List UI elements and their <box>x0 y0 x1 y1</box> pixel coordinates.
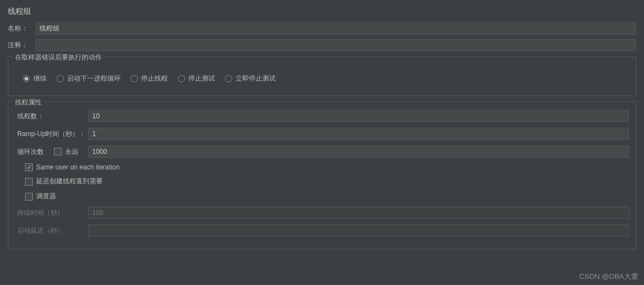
radio-stop-thread[interactable]: 停止线程 <box>131 74 168 83</box>
radio-icon <box>178 75 185 82</box>
scheduler-label: 调度器 <box>36 192 56 201</box>
checkbox-icon <box>25 163 33 171</box>
loop-input[interactable] <box>88 146 629 158</box>
radio-start-next-loop-label: 启动下一进程循环 <box>67 74 121 83</box>
rampup-label: Ramp-Up时间（秒）： <box>15 129 85 139</box>
startup-delay-input[interactable] <box>88 224 629 237</box>
radio-continue[interactable]: 继续 <box>23 74 47 83</box>
startup-delay-label: 启动延迟（秒） <box>15 226 85 236</box>
name-label: 名称： <box>8 24 32 33</box>
checkbox-icon <box>25 178 33 186</box>
page-title: 线程组 <box>8 7 636 17</box>
thread-props-fieldset: 线程属性 线程数： Ramp-Up时间（秒）： 循环次数 永远 Same use… <box>8 102 636 249</box>
checkbox-icon <box>54 148 62 156</box>
radio-icon <box>225 75 232 82</box>
threads-label: 线程数： <box>15 112 85 121</box>
radio-stop-thread-label: 停止线程 <box>141 74 168 83</box>
threads-input[interactable] <box>88 110 629 122</box>
forever-label: 永远 <box>65 147 78 157</box>
comment-label: 注释： <box>8 41 32 50</box>
error-action-legend: 在取样器错误后要执行的动作 <box>13 53 104 62</box>
watermark: CSDN @DBA大董 <box>580 272 638 282</box>
duration-input[interactable] <box>88 207 629 219</box>
radio-stop-now[interactable]: 立即停止测试 <box>225 74 276 83</box>
error-action-fieldset: 在取样器错误后要执行的动作 继续 启动下一进程循环 停止线程 停止测试 立即停止… <box>8 57 636 96</box>
name-input[interactable] <box>36 22 636 34</box>
rampup-input[interactable] <box>88 128 629 140</box>
comment-input[interactable] <box>36 39 636 51</box>
radio-stop-test-label: 停止测试 <box>188 74 215 83</box>
same-user-checkbox[interactable]: Same user on each iteration <box>15 163 629 171</box>
thread-props-legend: 线程属性 <box>13 98 44 107</box>
same-user-label: Same user on each iteration <box>36 163 119 171</box>
delay-start-checkbox[interactable]: 延迟创建线程直到需要 <box>15 177 629 186</box>
duration-label: 持续时间（秒） <box>15 208 85 218</box>
radio-icon <box>57 75 64 82</box>
radio-continue-label: 继续 <box>33 74 47 83</box>
delay-start-label: 延迟创建线程直到需要 <box>36 177 103 186</box>
radio-stop-test[interactable]: 停止测试 <box>178 74 215 83</box>
radio-start-next-loop[interactable]: 启动下一进程循环 <box>57 74 121 83</box>
radio-icon <box>23 75 30 82</box>
scheduler-checkbox[interactable]: 调度器 <box>15 192 629 201</box>
forever-checkbox[interactable]: 永远 <box>54 147 85 157</box>
checkbox-icon <box>25 193 33 201</box>
radio-icon <box>131 75 138 82</box>
radio-stop-now-label: 立即停止测试 <box>236 74 276 83</box>
loop-label: 循环次数 <box>15 147 51 157</box>
